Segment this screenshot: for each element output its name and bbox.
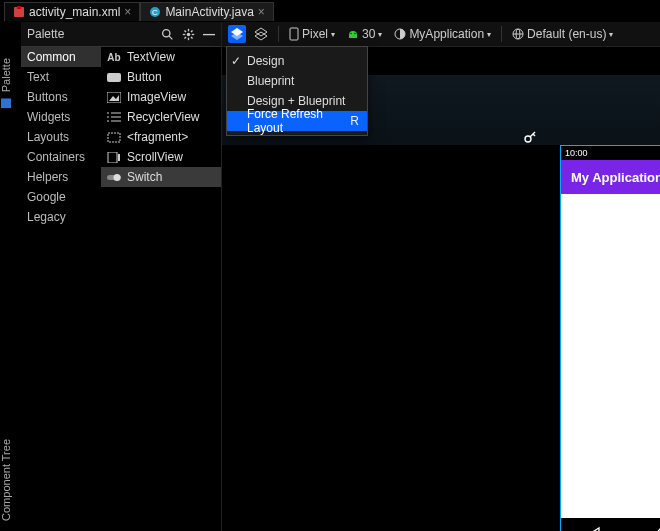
editor-tabs: activity_main.xml × C MainActivity.java … (0, 0, 660, 23)
palette-title: Palette (27, 27, 64, 41)
svg-line-12 (184, 30, 186, 32)
menu-item-blueprint[interactable]: Blueprint (227, 71, 367, 91)
device-selector[interactable]: Pixel ▾ (285, 25, 339, 43)
layers-icon (230, 27, 244, 41)
tool-window-bar: Palette Component Tree (0, 22, 17, 531)
svg-rect-16 (107, 73, 121, 82)
key-icon (524, 131, 536, 143)
imageview-icon (107, 91, 121, 103)
tab-mainactivity[interactable]: C MainActivity.java × (140, 2, 274, 21)
palette-tool-tab[interactable]: Palette (0, 52, 12, 114)
palette-widget-list: AbTextView Button ImageView RecyclerView… (101, 47, 221, 531)
svg-rect-4 (1, 98, 11, 108)
close-icon[interactable]: × (124, 5, 131, 19)
nav-back-icon (588, 526, 602, 531)
svg-rect-26 (108, 152, 117, 163)
tab-activity-main[interactable]: activity_main.xml × (4, 2, 140, 21)
chevron-down-icon: ▾ (487, 30, 491, 39)
theme-icon (394, 28, 406, 40)
design-toolbar: Pixel ▾ 30 ▾ MyApplication ▾ Default (en… (222, 22, 660, 47)
menu-item-design[interactable]: ✓Design (227, 51, 367, 71)
preview-clock: 10:00 (565, 148, 588, 158)
svg-line-6 (169, 36, 172, 39)
api-selector[interactable]: 30 ▾ (343, 25, 386, 43)
svg-line-15 (191, 30, 193, 32)
palette-category-widgets[interactable]: Widgets (21, 107, 101, 127)
phone-icon (289, 27, 299, 41)
preview-content (561, 194, 660, 518)
palette-category-legacy[interactable]: Legacy (21, 207, 101, 227)
svg-text:C: C (152, 8, 158, 17)
close-icon[interactable]: × (258, 5, 265, 19)
widget-button[interactable]: Button (101, 67, 221, 87)
chevron-down-icon: ▾ (378, 30, 382, 39)
fragment-icon (107, 131, 121, 143)
palette-category-list: Common Text Buttons Widgets Layouts Cont… (21, 47, 101, 531)
globe-icon (512, 28, 524, 40)
theme-selector[interactable]: MyApplication ▾ (390, 25, 495, 43)
widget-switch[interactable]: Switch (101, 167, 221, 187)
component-tree-tool-tab[interactable]: Component Tree (0, 433, 12, 527)
palette-category-text[interactable]: Text (21, 67, 101, 87)
svg-line-13 (191, 36, 193, 38)
orientation-button[interactable] (250, 25, 272, 43)
svg-rect-34 (290, 28, 298, 40)
svg-point-7 (187, 32, 191, 36)
design-editor: Pixel ▾ 30 ▾ MyApplication ▾ Default (en… (222, 22, 660, 531)
palette-category-containers[interactable]: Containers (21, 147, 101, 167)
svg-point-5 (163, 29, 170, 36)
svg-rect-1 (17, 6, 21, 9)
view-mode-button[interactable] (228, 25, 246, 43)
svg-marker-18 (109, 95, 119, 101)
palette-category-layouts[interactable]: Layouts (21, 127, 101, 147)
svg-line-14 (184, 36, 186, 38)
menu-item-force-refresh[interactable]: Force Refresh LayoutR (227, 111, 367, 131)
nav-home-icon (656, 526, 660, 531)
widget-scrollview[interactable]: ScrollView (101, 147, 221, 167)
collapse-icon[interactable]: — (203, 27, 215, 41)
preview-app-bar: My Application (561, 160, 660, 194)
preview-nav-bar (561, 518, 660, 531)
xml-file-icon (13, 6, 25, 18)
svg-line-43 (533, 134, 535, 136)
svg-rect-27 (118, 154, 120, 161)
palette-panel: Palette — Common Text Buttons Widgets La… (21, 22, 222, 531)
search-icon[interactable] (161, 28, 174, 41)
palette-category-google[interactable]: Google (21, 187, 101, 207)
palette-category-common[interactable]: Common (21, 47, 101, 67)
textview-icon: Ab (107, 51, 121, 63)
tab-label: activity_main.xml (29, 5, 120, 19)
gear-icon[interactable] (182, 28, 195, 41)
palette-category-buttons[interactable]: Buttons (21, 87, 101, 107)
svg-point-35 (350, 33, 351, 34)
tab-label: MainActivity.java (165, 5, 253, 19)
palette-category-helpers[interactable]: Helpers (21, 167, 101, 187)
svg-point-29 (114, 174, 121, 181)
widget-textview[interactable]: AbTextView (101, 47, 221, 67)
chevron-down-icon: ▾ (609, 30, 613, 39)
widget-fragment[interactable]: <fragment> (101, 127, 221, 147)
recyclerview-icon (107, 111, 121, 123)
preview-status-bar: 10:00 (561, 146, 660, 160)
java-file-icon: C (149, 6, 161, 18)
android-icon (347, 28, 359, 40)
chevron-down-icon: ▾ (331, 30, 335, 39)
svg-point-36 (354, 33, 355, 34)
view-mode-menu: ✓Design Blueprint Design + Blueprint For… (226, 46, 368, 136)
button-icon (107, 71, 121, 83)
scrollview-icon (107, 151, 121, 163)
check-icon: ✓ (231, 54, 241, 68)
svg-rect-25 (108, 133, 120, 142)
widget-imageview[interactable]: ImageView (101, 87, 221, 107)
switch-icon (107, 171, 121, 183)
locale-selector[interactable]: Default (en-us) ▾ (508, 25, 617, 43)
widget-recyclerview[interactable]: RecyclerView (101, 107, 221, 127)
device-preview[interactable]: 10:00 My Application (560, 145, 660, 531)
palette-icon (1, 98, 11, 108)
shortcut-label: R (350, 114, 359, 128)
